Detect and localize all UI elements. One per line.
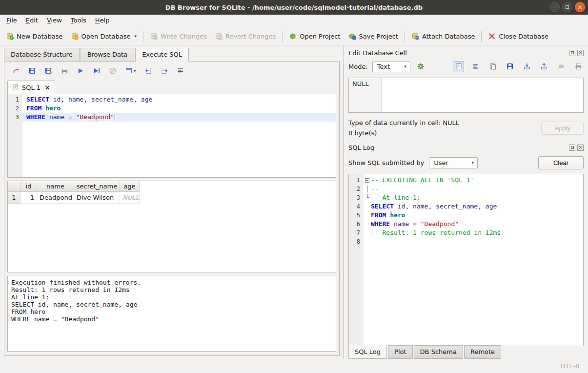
- print-icon[interactable]: [572, 61, 584, 72]
- set-null-icon[interactable]: [555, 61, 567, 72]
- menu-help[interactable]: Help: [91, 15, 114, 27]
- table-cell[interactable]: Dive Wilson: [74, 192, 120, 204]
- text-cursor: [115, 114, 115, 120]
- code-text: -- Result: 1 rows returned in 12ms: [371, 228, 583, 237]
- edit-cell-header: Edit Database Cell ×: [348, 47, 584, 58]
- tab-execute-sql[interactable]: Execute SQL: [135, 48, 189, 62]
- attach-database-button[interactable]: Attach Database: [407, 30, 479, 42]
- attach-database-icon: [411, 32, 419, 40]
- cell-editor-gutter: NULL: [349, 78, 382, 112]
- close-database-button[interactable]: Close Database: [484, 30, 552, 42]
- import-icon[interactable]: [521, 61, 532, 72]
- menu-edit[interactable]: Edit: [21, 15, 42, 27]
- close-tab-icon[interactable]: ×: [44, 84, 50, 91]
- print-icon[interactable]: [61, 67, 68, 75]
- line-number: 2: [8, 104, 22, 113]
- toolbar-button-label: Attach Database: [422, 33, 475, 40]
- line-number: 7: [349, 228, 364, 237]
- log-filter-select[interactable]: User ▾: [429, 157, 478, 168]
- column-header-id[interactable]: id: [20, 181, 37, 192]
- close-button[interactable]: ×: [575, 2, 585, 12]
- execute-line-icon[interactable]: [93, 67, 101, 75]
- table-cell[interactable]: Deadpond: [37, 192, 74, 204]
- format-lines-icon[interactable]: [177, 67, 184, 75]
- sql-log-area[interactable]: 1−-- EXECUTING ALL IN 'SQL 1'2│--3└-- At…: [348, 174, 584, 346]
- minimize-button[interactable]: −: [549, 2, 560, 12]
- save-project-button[interactable]: Save Project: [345, 30, 403, 42]
- doc-arrow-left-icon[interactable]: [144, 67, 152, 75]
- menu-view[interactable]: View: [42, 15, 66, 27]
- close-panel-icon[interactable]: ×: [577, 145, 584, 151]
- bottom-tab-bar: SQL LogPlotDB SchemaRemote: [348, 346, 584, 359]
- undock-icon[interactable]: [569, 145, 575, 151]
- code-line: 8: [349, 237, 583, 246]
- code-line: 5FROM hero: [349, 211, 583, 220]
- tab-sql-log[interactable]: SQL Log: [348, 345, 387, 359]
- line-number: 1: [349, 176, 364, 185]
- wrap-lines-icon[interactable]: [470, 61, 481, 72]
- column-header-name[interactable]: name: [37, 181, 74, 192]
- log-filter-label: Show SQL submitted by: [348, 159, 424, 166]
- maximize-button[interactable]: [562, 2, 572, 12]
- tab-remote[interactable]: Remote: [464, 345, 501, 359]
- code-text: SELECT id, name, secret_name, age: [22, 95, 336, 104]
- toolbar-button-label: Save Project: [359, 33, 399, 40]
- toolbar-button-label: Close Database: [499, 33, 548, 40]
- open-database-button[interactable]: Open Database▾: [67, 30, 141, 42]
- fold-column: [364, 211, 371, 220]
- row-number[interactable]: 1: [8, 192, 20, 204]
- table-cell[interactable]: NULL: [120, 192, 140, 204]
- message-area: Execution finished without errors.Result…: [7, 276, 336, 352]
- sql-editor[interactable]: 1SELECT id, name, secret_name, age2FROM …: [7, 94, 336, 178]
- clear-button[interactable]: Clear: [538, 156, 584, 169]
- execute-all-icon[interactable]: [77, 67, 84, 75]
- mode-select[interactable]: Text ▾: [372, 61, 410, 72]
- copy-icon[interactable]: [487, 61, 498, 72]
- mode-label: Mode:: [348, 63, 368, 70]
- close-panel-icon[interactable]: ×: [577, 50, 584, 56]
- cell-editor[interactable]: NULL: [348, 78, 584, 113]
- line-number: 3: [8, 113, 22, 122]
- cell-mode-row: Mode: Text ▾: [348, 58, 584, 75]
- open-project-button[interactable]: Open Project: [285, 30, 344, 42]
- line-number: 3: [349, 193, 364, 202]
- doc-arrow-right-icon[interactable]: [161, 67, 168, 75]
- code-text: FROM hero: [371, 211, 583, 220]
- tab-database-structure[interactable]: Database Structure: [4, 48, 80, 62]
- stop-icon: [109, 67, 117, 75]
- new-database-button[interactable]: New Database: [2, 30, 67, 42]
- tab-browse-data[interactable]: Browse Data: [81, 48, 135, 62]
- main-tab-bar: Database StructureBrowse DataExecute SQL: [4, 48, 344, 61]
- save-sql-file-icon[interactable]: [28, 67, 36, 75]
- cell-size-text: 0 byte(s): [348, 129, 459, 137]
- code-line: 3WHERE name = "Deadpond": [8, 113, 336, 122]
- execute-sql-page: ▾ SQL 1 × 1SELECT id, name, secret_name,…: [4, 61, 340, 356]
- open-sql-file-icon[interactable]: [12, 67, 20, 75]
- gear-icon[interactable]: [415, 61, 427, 73]
- titlebar[interactable]: DB Browser for SQLite - /home/user/code/…: [0, 0, 588, 15]
- table-header: idnamesecret_nameage: [8, 181, 336, 192]
- cell-editor-body[interactable]: [382, 78, 583, 112]
- sql-tab[interactable]: SQL 1 ×: [7, 81, 55, 94]
- table-cell[interactable]: 1: [20, 192, 37, 204]
- column-header-secret_name[interactable]: secret_name: [74, 181, 120, 192]
- save-icon[interactable]: [504, 61, 515, 72]
- fold-column: [364, 202, 371, 211]
- menu-tools[interactable]: Tools: [66, 15, 91, 27]
- line-number: 6: [349, 220, 364, 228]
- menu-file[interactable]: File: [2, 15, 21, 27]
- tab-db-schema[interactable]: DB Schema: [414, 345, 463, 359]
- text-mode-icon[interactable]: [453, 61, 464, 72]
- chevron-down-icon[interactable]: ▾: [134, 34, 137, 39]
- save-sql-as-icon[interactable]: [44, 67, 52, 75]
- open-query-tab-icon[interactable]: ▾: [125, 67, 136, 75]
- code-line: 1SELECT id, name, secret_name, age: [8, 95, 336, 104]
- chevron-down-icon: ▾: [134, 68, 136, 73]
- column-header-age[interactable]: age: [120, 181, 140, 192]
- fold-column: └: [364, 193, 371, 202]
- sql-editor-toolbar: ▾: [7, 63, 336, 79]
- export-icon[interactable]: [538, 61, 549, 72]
- tab-plot[interactable]: Plot: [388, 345, 413, 359]
- undock-icon[interactable]: [569, 50, 575, 56]
- fold-collapse-icon[interactable]: −: [365, 178, 369, 183]
